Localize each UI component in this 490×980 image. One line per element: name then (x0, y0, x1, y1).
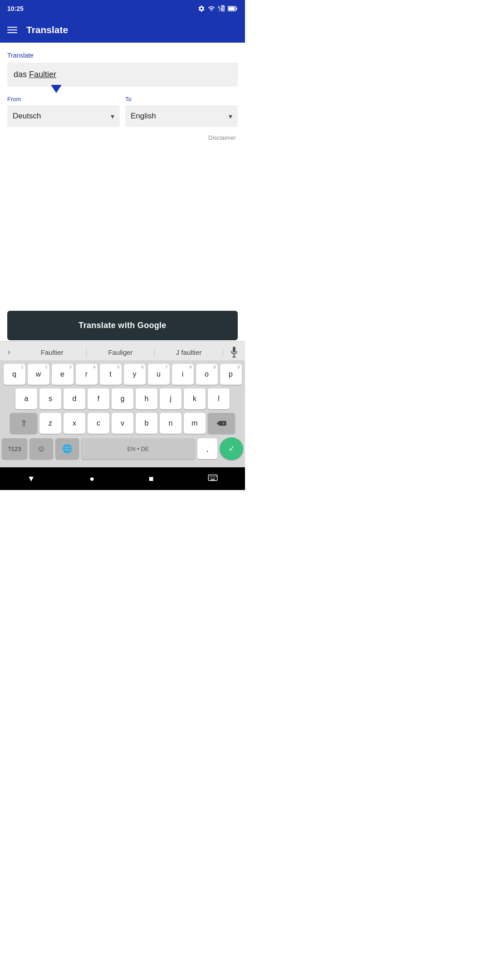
svg-rect-3 (233, 347, 235, 353)
suggestions-expand-button[interactable]: › (0, 348, 18, 356)
key-n[interactable]: n (160, 413, 181, 434)
svg-rect-16 (211, 479, 215, 480)
to-language-value: English (131, 112, 156, 121)
key-s[interactable]: s (39, 388, 61, 409)
key-q[interactable]: q1 (4, 364, 25, 385)
key-h[interactable]: h (136, 388, 157, 409)
translate-button-area: Translate with Google (7, 311, 238, 340)
from-language-value: Deutsch (13, 112, 41, 121)
svg-rect-14 (213, 478, 214, 479)
key-v[interactable]: v (112, 413, 133, 434)
key-y[interactable]: y6 (124, 364, 146, 385)
disclaimer-text[interactable]: Disclaimer (7, 134, 238, 141)
keyboard-row-3: ⇧ z x c v b n m (2, 413, 243, 434)
key-j[interactable]: j (160, 388, 181, 409)
to-group: To English ▾ (125, 96, 238, 127)
cursor-indicator (51, 85, 62, 93)
signal-icon (218, 5, 225, 12)
key-i[interactable]: i8 (172, 364, 194, 385)
to-label: To (125, 96, 238, 103)
menu-button[interactable] (7, 27, 17, 33)
svg-rect-1 (236, 8, 237, 10)
svg-rect-10 (215, 476, 216, 477)
main-content: Translate das Faultier From Deutsch ▾ To… (0, 43, 245, 146)
key-a[interactable]: a (15, 388, 37, 409)
key-m[interactable]: m (184, 413, 206, 434)
keyboard-row-1: q1 w2 e3 r4 t5 y6 u7 i8 o9 p0 (2, 364, 243, 385)
key-b[interactable]: b (136, 413, 157, 434)
key-r[interactable]: r4 (76, 364, 98, 385)
suggestion-j-faultier[interactable]: J faultier (155, 348, 223, 356)
key-space[interactable]: EN • DE (81, 438, 195, 459)
from-dropdown-arrow: ▾ (111, 112, 114, 121)
key-t[interactable]: t5 (100, 364, 122, 385)
nav-home-button[interactable]: ● (89, 474, 94, 484)
key-k[interactable]: k (184, 388, 206, 409)
mic-button[interactable] (223, 347, 245, 358)
svg-rect-12 (210, 478, 211, 479)
key-u[interactable]: u7 (148, 364, 170, 385)
key-enter[interactable]: ✓ (220, 437, 243, 460)
to-dropdown-arrow: ▾ (229, 112, 232, 121)
key-period[interactable]: . (197, 438, 217, 459)
keyboard-suggestions: › Faultier Fauliger J faultier (0, 341, 245, 363)
key-w[interactable]: w2 (28, 364, 49, 385)
text-input-area[interactable]: das Faultier (7, 63, 238, 87)
svg-rect-11 (216, 476, 217, 477)
key-l[interactable]: l (208, 388, 230, 409)
status-icons (198, 5, 238, 12)
svg-rect-4 (234, 354, 235, 357)
key-shift[interactable]: ⇧ (10, 413, 37, 434)
battery-icon (228, 5, 238, 12)
svg-rect-8 (211, 476, 212, 477)
svg-rect-9 (213, 476, 214, 477)
key-z[interactable]: z (39, 413, 61, 434)
keyboard-row-2: a s d f g h j k l (2, 388, 243, 409)
from-group: From Deutsch ▾ (7, 96, 120, 127)
from-label: From (7, 96, 120, 103)
status-time: 10:25 (7, 5, 24, 12)
svg-rect-15 (215, 478, 216, 479)
keyboard-row-4: ?123 ☺ 🌐 EN • DE . ✓ (2, 437, 243, 460)
key-x[interactable]: x (64, 413, 85, 434)
svg-rect-2 (229, 7, 235, 10)
input-text: das Faultier (14, 70, 56, 79)
key-c[interactable]: c (88, 413, 109, 434)
nav-recent-button[interactable]: ■ (149, 474, 154, 484)
key-g[interactable]: g (112, 388, 133, 409)
key-e[interactable]: e3 (52, 364, 74, 385)
svg-rect-13 (211, 478, 212, 479)
suggestion-fauliger[interactable]: Fauliger (87, 348, 155, 356)
key-o[interactable]: o9 (196, 364, 218, 385)
nav-back-button[interactable]: ▼ (27, 474, 35, 484)
translate-section-label: Translate (7, 52, 238, 59)
to-language-select[interactable]: English ▾ (125, 105, 238, 127)
app-title: Translate (26, 24, 68, 35)
translate-with-google-button[interactable]: Translate with Google (7, 311, 238, 340)
status-bar: 10:25 (0, 0, 245, 17)
nav-keyboard-button[interactable] (208, 474, 218, 484)
wifi-icon (208, 5, 215, 12)
key-backspace[interactable] (208, 413, 235, 434)
settings-icon (198, 5, 205, 12)
from-language-select[interactable]: Deutsch ▾ (7, 105, 120, 127)
svg-rect-7 (210, 476, 211, 477)
suggestion-faultier[interactable]: Faultier (18, 348, 87, 356)
key-f[interactable]: f (88, 388, 109, 409)
language-selection-row: From Deutsch ▾ To English ▾ (7, 96, 238, 127)
key-p[interactable]: p0 (220, 364, 242, 385)
key-globe[interactable]: 🌐 (55, 438, 79, 459)
key-d[interactable]: d (64, 388, 85, 409)
svg-rect-5 (232, 357, 236, 358)
keyboard: q1 w2 e3 r4 t5 y6 u7 i8 o9 p0 a s d f g … (0, 360, 245, 467)
nav-bar: ▼ ● ■ (0, 467, 245, 490)
key-emoji[interactable]: ☺ (29, 438, 53, 459)
app-bar: Translate (0, 17, 245, 43)
key-numbers[interactable]: ?123 (2, 438, 27, 459)
